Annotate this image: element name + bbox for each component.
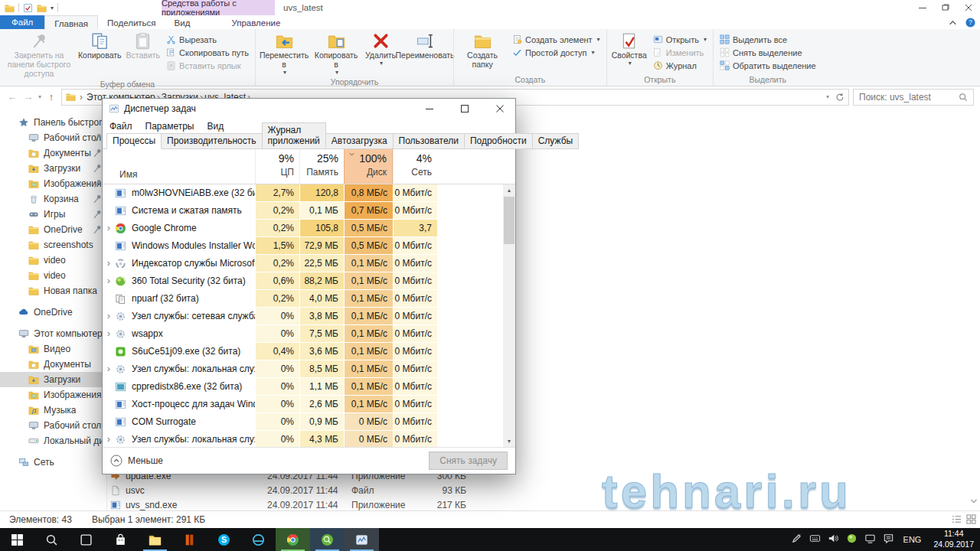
tray-volume[interactable] [828,533,839,547]
taskbar-explorer-button[interactable] [138,528,172,551]
move-to-button[interactable]: Переместить в▾ [258,31,310,77]
sidebar-item-документы[interactable]: Документы [0,145,106,161]
tab-процессы[interactable]: Процессы [106,133,162,149]
sidebar-item-загрузки[interactable]: Загрузки [0,161,106,176]
search-input[interactable]: Поиск: uvs_latest [853,89,974,106]
tab-подробности[interactable]: Подробности [464,133,533,149]
expand-chevron-icon[interactable]: › [103,220,115,236]
process-row[interactable]: ›Узел службы: локальная служ...0%8,5 МБ0… [103,360,503,378]
tab-пользователи[interactable]: Пользователи [393,133,465,149]
maximize-button[interactable] [449,99,480,119]
open-button[interactable]: Открыть▾ [653,34,707,44]
taskbar-start-button[interactable] [0,528,34,551]
expand-chevron-icon[interactable]: › [103,308,115,324]
history-button[interactable]: Журнал [653,60,707,70]
sidebar-item-изображения[interactable]: Изображения [0,387,106,403]
new-folder-button[interactable]: Создать папку [456,31,508,70]
taskbar-store-button[interactable] [103,528,138,551]
sidebar-item-рабочий-стол[interactable]: Рабочий стол [0,418,106,433]
close-button[interactable] [957,0,980,15]
process-row[interactable]: Система и сжатая память0,2%0,1 МБ0,7 МБ/… [103,202,503,220]
folder-icon[interactable] [5,3,15,13]
sidebar-item-музыка[interactable]: Музыка [0,403,106,418]
expand-chevron-icon[interactable]: › [103,326,115,341]
properties-button[interactable]: Свойства▾ [609,31,649,68]
recent-locations-icon[interactable]: ▾ [38,93,41,100]
edit-button[interactable]: Изменить [653,47,707,57]
process-row[interactable]: Windows Modules Installer Wor...1,5%72,9… [103,237,503,255]
easy-access-button[interactable]: Простой доступ▾ [512,47,600,57]
language-indicator[interactable]: ENG [901,535,924,544]
process-row[interactable]: ›Google Chrome0,2%105,8 МБ0,5 МБ/с3,7 Мб… [103,220,503,237]
ribbon-tab-вид[interactable]: Вид [165,15,200,29]
ribbon-tab-главная[interactable]: Главная [44,15,98,29]
scrollbar-thumb[interactable] [504,197,514,244]
back-icon[interactable]: ← [6,91,18,103]
tab-службы[interactable]: Службы [532,133,579,149]
taskbar-security-360-button[interactable] [310,528,345,551]
tab-автозагрузка[interactable]: Автозагрузка [325,133,394,149]
end-task-button[interactable]: Снять задачу [429,452,508,470]
expand-chevron-icon[interactable]: › [103,361,115,377]
details-view-icon[interactable] [950,513,963,526]
sidebar-item-screenshots[interactable]: screenshots [0,237,106,253]
minimize-button[interactable] [911,0,934,15]
menu-вид[interactable]: Вид [207,121,224,132]
ribbon-tab-поделиться[interactable]: Поделиться [98,15,165,29]
rename-button[interactable]: Переименовать [399,31,451,61]
delete-button[interactable]: Удалить▾ [362,31,399,68]
process-row[interactable]: ›Узел службы: локальная служ...0%4,3 МБ0… [103,431,503,447]
sidebar-item-onedrive[interactable]: OneDrive [0,222,106,237]
column-network[interactable]: 4% Сеть [393,149,437,184]
column-cpu[interactable]: 9% ЦП [255,149,299,184]
expand-chevron-icon[interactable]: › [103,273,115,289]
column-memory[interactable]: 25% Память [299,149,344,184]
qat-dropdown-icon[interactable]: ▾ [51,5,54,11]
tray-keyboard[interactable] [809,533,821,547]
process-row[interactable]: npuarf (32 бита)0,2%4,0 МБ0,1 МБ/с0 Мбит… [103,290,503,308]
fewer-details-button[interactable]: Меньше [110,455,163,467]
refresh-icon[interactable] [835,93,844,102]
select-none-button[interactable]: Снять выделение [720,47,816,57]
scrollbar[interactable]: ▲ ▼ [503,184,515,447]
copy-to-button[interactable]: Копировать в▾ [310,31,362,77]
taskbar-chrome-button[interactable] [276,528,310,551]
tray-ball-360[interactable] [846,533,858,547]
column-disk[interactable]: 100% Диск [344,149,393,184]
copy-button[interactable]: Копировать [76,31,124,61]
tray-pen[interactable] [791,533,802,547]
clock[interactable]: 11:44 24.09.2017 [930,529,974,549]
tray-action-center[interactable] [883,533,894,547]
process-row[interactable]: Хост-процесс для задач Wind...0%2,6 МБ0,… [103,396,503,413]
sidebar-item-рабочий-стол[interactable]: Рабочий стол [0,130,106,145]
scroll-up-icon[interactable]: ▲ [503,184,515,196]
tab-производительность[interactable]: Производительность [161,133,262,149]
ribbon-tab-файл[interactable]: Файл [0,15,44,29]
sidebar-item-сеть[interactable]: Сеть [0,455,106,470]
sidebar-item-корзина[interactable]: Корзина [0,191,106,207]
process-row[interactable]: m0lw3HOVNEiABB.exe (32 бита)2,7%120,8 МБ… [103,184,503,202]
column-name[interactable]: Имя [119,169,137,180]
process-row[interactable]: S6uCe51j09.exe (32 бита)0,4%3,6 МБ0,1 МБ… [103,343,503,360]
sidebar-item-видео[interactable]: Видео [0,341,106,357]
sidebar-item-загрузки[interactable]: Загрузки [0,372,106,387]
sidebar-item-панель-быстрого-дс[interactable]: Панель быстрого дс [0,115,106,130]
pin-button[interactable]: Закрепить на панели быстрого доступа [2,31,76,80]
process-row[interactable]: ›wsappx0%7,5 МБ0,1 МБ/с0 Мбит/с [103,325,503,343]
new-item-button[interactable]: Создать элемент▾ [512,34,600,44]
taskbar-skype-button[interactable]: S [207,528,241,551]
minimize-button[interactable] [414,99,445,119]
scroll-down-icon[interactable] [969,497,978,506]
folder-icon[interactable] [37,3,47,13]
taskbar-task-view-button[interactable] [69,528,103,551]
maximize-button[interactable] [934,0,957,15]
taskbar-orange-app-button[interactable] [172,528,207,551]
paste-button[interactable]: Вставить [124,31,163,61]
sidebar-item-локальный-диск-c[interactable]: Локальный диск (C [0,433,106,448]
sidebar-item-video[interactable]: video [0,253,106,268]
invert-selection-button[interactable]: Обратить выделение [720,60,816,70]
process-row[interactable]: ›Индексатор службы Microsoft ...0,2%22,5… [103,255,503,272]
paste-shortcut-button[interactable]: Вставить ярлык [166,60,249,70]
copy-path-button[interactable]: Скопировать путь [166,47,249,57]
scroll-down-icon[interactable]: ▼ [503,435,515,447]
